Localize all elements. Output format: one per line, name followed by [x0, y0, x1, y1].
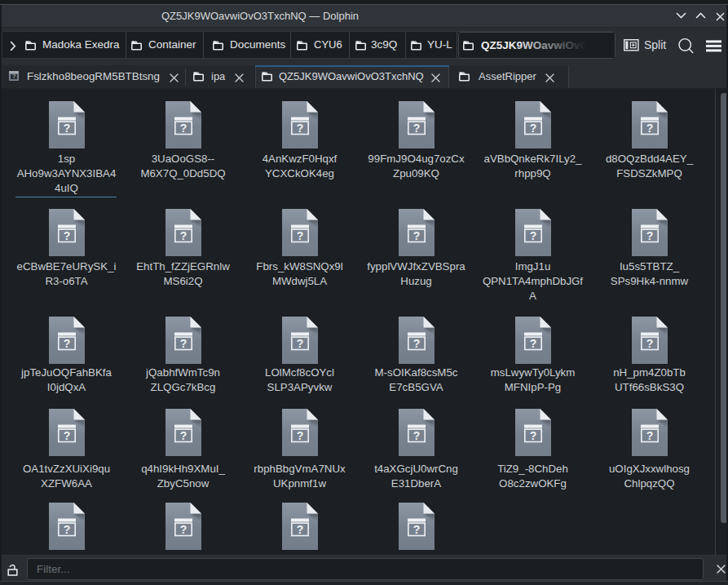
svg-text:?: ? [12, 73, 15, 80]
